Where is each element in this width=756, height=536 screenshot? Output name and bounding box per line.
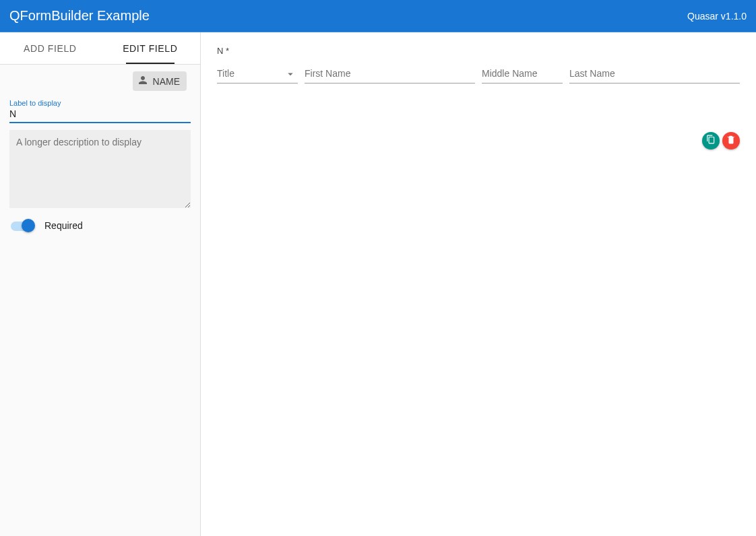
- preview-actions: [702, 132, 740, 149]
- delete-icon: [726, 135, 736, 147]
- app-version: Quasar v1.1.0: [687, 11, 747, 22]
- tab-edit-field[interactable]: EDIT FIELD: [100, 32, 201, 64]
- app-header: QFormBuilder Example Quasar v1.1.0: [0, 0, 756, 32]
- last-name-field: [569, 65, 740, 83]
- label-field-caption: Label to display: [9, 98, 191, 107]
- title-select[interactable]: [217, 65, 298, 83]
- sidebar-body: NAME Label to display Required: [0, 65, 200, 536]
- tab-add-field[interactable]: ADD FIELD: [0, 32, 100, 64]
- first-name-input[interactable]: [305, 65, 475, 83]
- required-toggle[interactable]: [11, 219, 35, 232]
- delete-button[interactable]: [722, 132, 740, 149]
- name-field-row: [217, 65, 740, 83]
- chip-row: NAME: [9, 71, 191, 91]
- label-input[interactable]: [9, 107, 191, 123]
- sidebar-tabs: ADD FIELD EDIT FIELD: [0, 32, 200, 65]
- person-icon: [137, 74, 149, 88]
- copy-icon: [706, 135, 716, 147]
- field-type-chip[interactable]: NAME: [133, 71, 187, 91]
- copy-button[interactable]: [702, 132, 720, 149]
- tab-edit-field-label: EDIT FIELD: [123, 43, 177, 54]
- required-toggle-label: Required: [44, 220, 83, 231]
- sidebar: ADD FIELD EDIT FIELD NAME Label to displ…: [0, 32, 201, 536]
- last-name-input[interactable]: [569, 65, 740, 83]
- preview-field-label: N *: [217, 46, 740, 56]
- preview-panel: N *: [201, 32, 756, 536]
- description-textarea[interactable]: [9, 130, 191, 208]
- tab-add-field-label: ADD FIELD: [24, 43, 77, 54]
- first-name-field: [305, 65, 475, 83]
- middle-name-input[interactable]: [482, 65, 563, 83]
- main-layout: ADD FIELD EDIT FIELD NAME Label to displ…: [0, 32, 756, 536]
- label-field-group: Label to display: [9, 98, 191, 123]
- toggle-thumb: [22, 219, 35, 232]
- title-field: [217, 65, 298, 83]
- chip-label: NAME: [153, 76, 180, 87]
- app-title: QFormBuilder Example: [9, 8, 150, 24]
- required-toggle-row: Required: [9, 215, 191, 236]
- middle-name-field: [482, 65, 563, 83]
